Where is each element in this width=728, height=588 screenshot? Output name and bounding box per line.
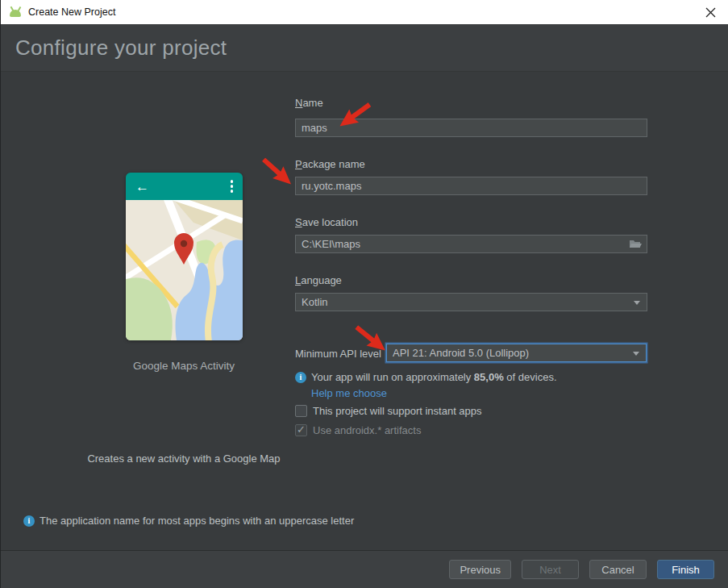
map-preview-image xyxy=(126,200,243,340)
validation-message: The application name for most apps begin… xyxy=(40,515,354,527)
back-arrow-icon: ← xyxy=(135,180,149,194)
api-coverage-info: i Your app will run on approximately 85,… xyxy=(295,371,557,383)
finish-button[interactable]: Finish xyxy=(657,560,714,579)
cancel-button[interactable]: Cancel xyxy=(589,560,647,579)
api-coverage-percent: 85,0% xyxy=(474,371,504,383)
validation-message-row: i The application name for most apps beg… xyxy=(23,515,354,527)
androidx-checkbox-row: Use androidx.* artifacts xyxy=(295,424,421,436)
wizard-content: ← Google Maps Activity Creates a new act… xyxy=(1,71,728,550)
activity-name-caption: Google Maps Activity xyxy=(67,360,301,372)
map-preview-toolbar: ← xyxy=(126,173,243,200)
window-title: Create New Project xyxy=(28,6,115,18)
api-info-text-suffix: of devices. xyxy=(504,371,557,383)
language-dropdown[interactable]: Kotlin xyxy=(295,293,647,311)
close-icon[interactable] xyxy=(693,0,728,24)
page-title: Configure your project xyxy=(15,35,227,60)
next-button[interactable]: Next xyxy=(522,560,579,579)
androidx-checkbox xyxy=(295,424,307,436)
activity-description: Creates a new activity with a Google Map xyxy=(23,452,345,465)
instant-apps-checkbox[interactable] xyxy=(295,405,307,417)
androidx-label: Use androidx.* artifacts xyxy=(313,424,421,436)
min-api-label: Minimum API level xyxy=(295,348,381,360)
instant-apps-checkbox-row[interactable]: This project will support instant apps xyxy=(295,405,482,417)
api-info-text: Your app will run on approximately xyxy=(311,371,474,383)
previous-button[interactable]: Previous xyxy=(449,560,511,579)
title-bar: Create New Project xyxy=(1,0,728,24)
browse-folder-icon[interactable] xyxy=(629,238,642,249)
save-location-label: Save location xyxy=(295,216,358,228)
name-label: Name xyxy=(295,97,323,109)
language-selected-value: Kotlin xyxy=(302,296,328,308)
chevron-down-icon xyxy=(634,301,640,305)
button-bar: Previous Next Cancel Finish xyxy=(1,550,728,588)
info-icon: i xyxy=(295,372,306,383)
save-location-field xyxy=(295,235,647,253)
min-api-selected-value: API 21: Android 5.0 (Lollipop) xyxy=(393,347,529,359)
instant-apps-label: This project will support instant apps xyxy=(313,405,482,417)
package-name-input[interactable] xyxy=(295,177,647,195)
help-me-choose-link[interactable]: Help me choose xyxy=(311,387,387,399)
language-label: Language xyxy=(295,274,342,286)
min-api-dropdown[interactable]: API 21: Android 5.0 (Lollipop) xyxy=(386,344,647,362)
overflow-menu-icon xyxy=(231,180,234,193)
android-logo-icon xyxy=(8,6,23,18)
save-location-input[interactable] xyxy=(295,235,647,253)
wizard-header: Configure your project xyxy=(1,24,728,71)
activity-preview-card: ← xyxy=(126,173,243,340)
info-icon: i xyxy=(23,515,35,527)
chevron-down-icon xyxy=(633,352,639,356)
package-name-label: Package name xyxy=(295,158,365,170)
